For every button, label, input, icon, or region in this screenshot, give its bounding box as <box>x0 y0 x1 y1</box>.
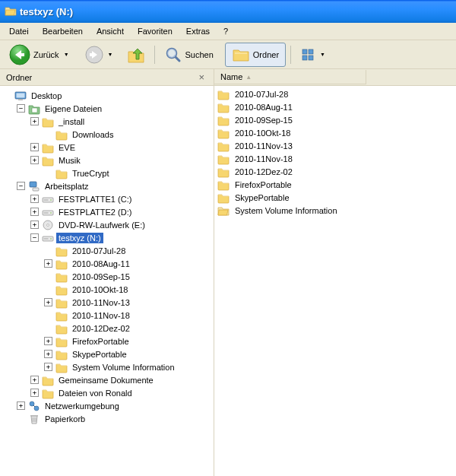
list-item[interactable]: 2010-07Jul-28 <box>214 87 456 100</box>
expand-spacer <box>3 91 11 100</box>
tree-item[interactable]: −Arbeitsplatz <box>0 179 214 192</box>
list-item[interactable]: 2010-10Okt-18 <box>214 126 456 139</box>
list-item[interactable]: 2010-11Nov-18 <box>214 152 456 165</box>
window-icon <box>5 5 17 18</box>
chevron-down-icon[interactable]: ▼ <box>64 52 69 57</box>
expand-icon[interactable]: + <box>17 401 25 410</box>
folder-icon <box>55 361 68 373</box>
tree-item[interactable]: +Netzwerkumgebung <box>0 399 214 412</box>
folder-tree[interactable]: Desktop−Eigene Dateien+_installDownloads… <box>0 86 214 476</box>
bin-icon <box>28 413 40 425</box>
menu-edit[interactable]: Bearbeiten <box>36 24 89 38</box>
list-item[interactable]: FirefoxPortable <box>214 178 456 191</box>
list-item[interactable]: 2010-11Nov-13 <box>214 139 456 152</box>
tree-item[interactable]: −Eigene Dateien <box>0 102 214 115</box>
folder-icon <box>55 297 68 309</box>
list-item[interactable]: 2010-09Sep-15 <box>214 113 456 126</box>
menu-file[interactable]: Datei <box>3 24 35 38</box>
expand-icon[interactable]: + <box>30 156 39 164</box>
expand-icon[interactable]: + <box>30 117 39 125</box>
tree-item[interactable]: +System Volume Information <box>0 360 214 373</box>
search-button[interactable]: Suchen <box>160 43 220 67</box>
tree-item[interactable]: +Dateien von Ronald <box>0 386 214 399</box>
list-item-label: FirefoxPortable <box>233 179 294 190</box>
expand-icon[interactable]: + <box>30 221 39 229</box>
folder-icon <box>217 101 230 113</box>
expand-icon[interactable]: + <box>44 350 52 358</box>
titlebar[interactable]: testxyz (N:) <box>0 0 456 23</box>
menu-help[interactable]: ? <box>217 24 234 38</box>
expand-icon[interactable]: + <box>44 259 52 268</box>
tree-item[interactable]: 2010-07Jul-28 <box>0 244 214 257</box>
back-button[interactable]: Zurück ▼ <box>5 41 76 68</box>
tree-item[interactable]: −testxyz (N:) <box>0 231 214 244</box>
views-button[interactable]: ▼ <box>296 44 330 65</box>
expand-spacer <box>17 414 25 423</box>
expand-icon[interactable]: + <box>44 337 52 345</box>
tree-item-label: 2010-07Jul-28 <box>70 246 128 256</box>
forward-button[interactable]: ▼ <box>81 43 118 67</box>
tree-item-label: FESTPLATTE1 (C:) <box>56 194 134 205</box>
expand-icon[interactable]: + <box>30 195 39 203</box>
tree-item-label: FirefoxPortable <box>70 336 131 347</box>
tree-item[interactable]: +2010-08Aug-11 <box>0 257 214 270</box>
chevron-down-icon[interactable]: ▼ <box>108 52 113 57</box>
tree-item[interactable]: 2010-11Nov-18 <box>0 309 214 322</box>
tree-item-label: 2010-08Aug-11 <box>70 259 132 269</box>
expand-icon[interactable]: + <box>44 298 52 306</box>
folder-icon <box>55 322 68 335</box>
tree-item[interactable]: +Musik <box>0 154 214 167</box>
collapse-icon[interactable]: − <box>17 182 25 190</box>
tree-item[interactable]: TrueCrypt <box>0 167 214 179</box>
tree-item-label: Gemeinsame Dokumente <box>56 375 156 386</box>
list-item[interactable]: 2010-12Dez-02 <box>214 165 456 178</box>
folders-icon <box>232 46 250 64</box>
expand-spacer <box>44 311 52 319</box>
tree-item[interactable]: +SkypePortable <box>0 347 214 360</box>
tree-item[interactable]: 2010-12Dez-02 <box>0 322 214 335</box>
folder-icon <box>42 116 54 128</box>
tree-item[interactable]: 2010-10Okt-18 <box>0 283 214 296</box>
menu-extras[interactable]: Extras <box>180 24 216 38</box>
expand-icon[interactable]: + <box>44 363 52 371</box>
tree-item[interactable]: Downloads <box>0 128 214 141</box>
file-list[interactable]: 2010-07Jul-282010-08Aug-112010-09Sep-152… <box>214 86 456 476</box>
menu-favorites[interactable]: Favoriten <box>131 24 179 38</box>
folder-icon <box>55 309 68 322</box>
tree-item-label: Desktop <box>29 90 64 101</box>
expand-icon[interactable]: + <box>30 389 39 397</box>
tree-item[interactable]: +DVD-RW-Laufwerk (E:) <box>0 218 214 231</box>
column-name[interactable]: Name ▲ <box>214 70 366 84</box>
close-tree-button[interactable]: × <box>195 71 207 83</box>
list-item[interactable]: 2010-08Aug-11 <box>214 100 456 113</box>
tree-item-label: SkypePortable <box>70 349 129 360</box>
tree-item[interactable]: +EVE <box>0 141 214 154</box>
tree-item[interactable]: +2010-11Nov-13 <box>0 296 214 309</box>
column-name-label: Name <box>220 72 242 81</box>
tree-item[interactable]: Papierkorb <box>0 412 214 425</box>
folder-icon <box>55 284 68 296</box>
list-item-label: System Volume Information <box>233 205 340 216</box>
collapse-icon[interactable]: − <box>30 233 39 242</box>
tree-item[interactable]: +_install <box>0 115 214 128</box>
folder-icon <box>42 141 54 154</box>
folders-button[interactable]: Ordner <box>225 43 286 67</box>
collapse-icon[interactable]: − <box>17 104 25 113</box>
tree-item-label: Dateien von Ronald <box>56 388 135 398</box>
tree-item[interactable]: +FirefoxPortable <box>0 335 214 347</box>
tree-item[interactable]: +FESTPLATTE2 (D:) <box>0 205 214 218</box>
tree-item[interactable]: +FESTPLATTE1 (C:) <box>0 192 214 205</box>
tree-item[interactable]: 2010-09Sep-15 <box>0 270 214 283</box>
expand-icon[interactable]: + <box>30 208 39 216</box>
folder-icon <box>55 271 68 283</box>
menu-view[interactable]: Ansicht <box>90 24 130 38</box>
expand-icon[interactable]: + <box>30 376 39 384</box>
tree-item[interactable]: +Gemeinsame Dokumente <box>0 373 214 386</box>
expand-icon[interactable]: + <box>30 143 39 151</box>
list-item[interactable]: SkypePortable <box>214 191 456 204</box>
list-item[interactable]: System Volume Information <box>214 204 456 217</box>
tree-item[interactable]: Desktop <box>0 89 214 102</box>
up-button[interactable] <box>122 43 150 67</box>
folder-icon <box>42 154 54 167</box>
chevron-down-icon[interactable]: ▼ <box>320 52 325 57</box>
